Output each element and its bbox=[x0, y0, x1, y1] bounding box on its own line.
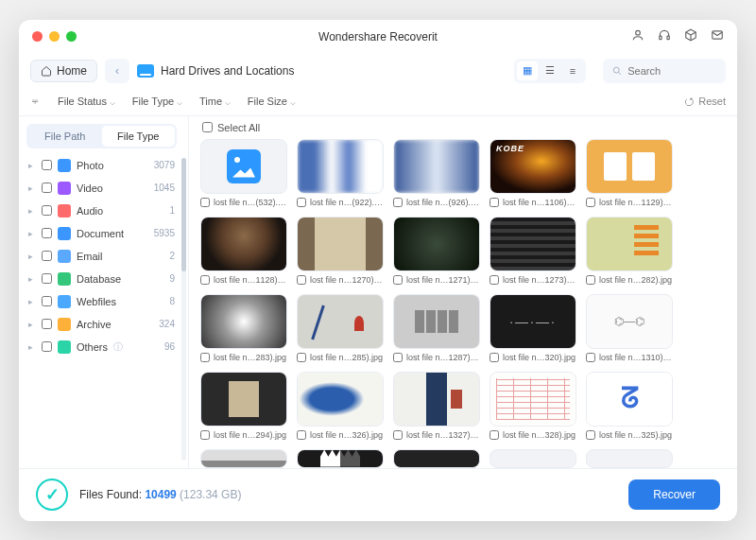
category-icon bbox=[58, 182, 71, 195]
recover-button[interactable]: Recover bbox=[628, 479, 720, 510]
tab-file-path[interactable]: File Path bbox=[28, 126, 102, 147]
category-label: Audio bbox=[77, 205, 103, 217]
file-checkbox[interactable] bbox=[297, 353, 306, 362]
view-detail-button[interactable]: ≡ bbox=[562, 61, 583, 80]
category-checkbox[interactable] bbox=[42, 273, 52, 284]
select-all-row[interactable]: Select All bbox=[189, 116, 737, 139]
file-card[interactable]: lost file n…285).jpg bbox=[297, 294, 384, 362]
file-card[interactable]: lost file n…(532).jpg bbox=[200, 139, 287, 207]
file-card[interactable]: lost file n…1128).jpg bbox=[200, 217, 287, 285]
search-input[interactable] bbox=[627, 65, 716, 77]
chevron-right-icon: ▸ bbox=[28, 320, 36, 329]
file-card[interactable]: lost file n…1129).jpg bbox=[586, 139, 673, 207]
select-all-checkbox[interactable] bbox=[202, 122, 213, 132]
filter-type[interactable]: File Type bbox=[132, 96, 182, 107]
file-checkbox[interactable] bbox=[200, 353, 210, 362]
category-list: ▸ Photo 3079▸ Video 1045▸ Audio 1▸ Docum… bbox=[26, 154, 188, 358]
file-checkbox[interactable] bbox=[586, 198, 595, 207]
file-checkbox[interactable] bbox=[490, 430, 499, 440]
file-checkbox[interactable] bbox=[297, 430, 306, 440]
category-checkbox[interactable] bbox=[42, 341, 52, 352]
search-box[interactable] bbox=[603, 59, 726, 83]
sidebar-item-archive[interactable]: ▸ Archive 324 bbox=[26, 313, 177, 336]
file-card[interactable]: lost file n…(926).jpg bbox=[393, 139, 480, 207]
file-card[interactable] bbox=[200, 449, 287, 468]
file-checkbox[interactable] bbox=[393, 353, 403, 362]
sidebar-item-video[interactable]: ▸ Video 1045 bbox=[26, 177, 177, 200]
file-checkbox[interactable] bbox=[393, 198, 403, 207]
category-label: Others bbox=[77, 341, 108, 353]
category-checkbox[interactable] bbox=[42, 160, 52, 170]
file-card[interactable]: lost file n…328).jpg bbox=[490, 372, 576, 440]
file-name: lost file n…(922).jpg bbox=[310, 198, 384, 207]
file-card[interactable] bbox=[490, 449, 576, 468]
file-checkbox[interactable] bbox=[297, 275, 306, 285]
scrollbar-thumb[interactable] bbox=[181, 158, 186, 271]
category-checkbox[interactable] bbox=[42, 205, 52, 216]
view-toggle: ▦ ☰ ≡ bbox=[514, 59, 586, 83]
tab-file-type[interactable]: File Type bbox=[102, 126, 176, 147]
sidebar-item-others[interactable]: ▸ Others ⓘ 96 bbox=[26, 336, 177, 358]
view-grid-button[interactable]: ▦ bbox=[517, 61, 538, 80]
sidebar-item-document[interactable]: ▸ Document 5935 bbox=[26, 222, 177, 245]
view-list-button[interactable]: ☰ bbox=[540, 61, 560, 80]
breadcrumb[interactable]: Hard Drives and Locations bbox=[137, 64, 294, 78]
home-button[interactable]: Home bbox=[30, 60, 97, 82]
file-checkbox[interactable] bbox=[490, 275, 499, 285]
file-checkbox[interactable] bbox=[297, 198, 306, 207]
sidebar-item-audio[interactable]: ▸ Audio 1 bbox=[26, 200, 177, 222]
category-icon bbox=[58, 204, 71, 218]
file-name: lost file n…(532).jpg bbox=[214, 198, 287, 207]
filter-size[interactable]: File Size bbox=[248, 96, 296, 107]
file-name: lost file n…320).jpg bbox=[503, 353, 576, 362]
file-card[interactable] bbox=[393, 449, 480, 468]
body: File Path File Type ▸ Photo 3079▸ Video … bbox=[19, 116, 737, 468]
category-checkbox[interactable] bbox=[42, 296, 52, 306]
category-label: Webfiles bbox=[77, 296, 116, 307]
file-checkbox[interactable] bbox=[490, 353, 499, 362]
file-checkbox[interactable] bbox=[393, 430, 403, 440]
placeholder-image-icon bbox=[227, 149, 261, 183]
file-checkbox[interactable] bbox=[393, 275, 403, 285]
file-card[interactable]: lost file n…1310).jpg bbox=[586, 294, 673, 362]
category-count: 3079 bbox=[154, 160, 175, 170]
category-checkbox[interactable] bbox=[42, 228, 52, 238]
sidebar-item-photo[interactable]: ▸ Photo 3079 bbox=[26, 154, 177, 177]
file-card[interactable]: lost file n…294).jpg bbox=[200, 372, 287, 440]
category-checkbox[interactable] bbox=[42, 319, 52, 329]
filter-status[interactable]: File Status bbox=[58, 96, 115, 107]
file-card[interactable]: ᘔlost file n…325).jpg bbox=[586, 372, 673, 440]
filter-time[interactable]: Time bbox=[199, 96, 231, 107]
scrollbar-track[interactable] bbox=[181, 158, 186, 461]
help-icon[interactable]: ⓘ bbox=[113, 340, 123, 354]
file-checkbox[interactable] bbox=[586, 275, 595, 285]
file-card[interactable]: lost file n…1106).jpg bbox=[490, 139, 576, 207]
file-card[interactable]: lost file n…320).jpg bbox=[490, 294, 576, 362]
file-card[interactable]: lost file n…1271).jpg bbox=[393, 217, 480, 285]
file-card[interactable]: lost file n…283).jpg bbox=[200, 294, 287, 362]
category-checkbox[interactable] bbox=[42, 183, 52, 193]
file-card[interactable]: lost file n…(922).jpg bbox=[297, 139, 384, 207]
file-card[interactable]: lost file n…1273).jpg bbox=[490, 217, 576, 285]
file-card[interactable]: lost file n…1327).jpg bbox=[393, 372, 480, 440]
category-checkbox[interactable] bbox=[42, 251, 52, 261]
file-card[interactable]: lost file n…282).jpg bbox=[586, 217, 673, 285]
file-card[interactable] bbox=[586, 449, 673, 468]
back-button[interactable]: ‹ bbox=[105, 59, 129, 83]
sidebar-item-database[interactable]: ▸ Database 9 bbox=[26, 268, 177, 290]
reset-button[interactable]: ⭯Reset bbox=[684, 96, 726, 107]
file-card[interactable] bbox=[297, 449, 384, 468]
file-card[interactable]: lost file n…1270).jpg bbox=[297, 217, 384, 285]
sidebar-item-email[interactable]: ▸ Email 2 bbox=[26, 245, 177, 268]
file-checkbox[interactable] bbox=[200, 275, 210, 285]
file-checkbox[interactable] bbox=[490, 198, 499, 207]
file-card[interactable]: lost file n…1287).jpg bbox=[393, 294, 480, 362]
file-name: lost file n…326).jpg bbox=[310, 430, 383, 440]
file-checkbox[interactable] bbox=[586, 430, 595, 440]
file-card[interactable]: lost file n…326).jpg bbox=[297, 372, 384, 440]
sidebar-item-webfiles[interactable]: ▸ Webfiles 8 bbox=[26, 290, 177, 313]
filter-icon[interactable]: ⫧ bbox=[30, 96, 41, 107]
file-checkbox[interactable] bbox=[200, 198, 210, 207]
file-checkbox[interactable] bbox=[200, 430, 210, 440]
file-checkbox[interactable] bbox=[586, 353, 595, 362]
